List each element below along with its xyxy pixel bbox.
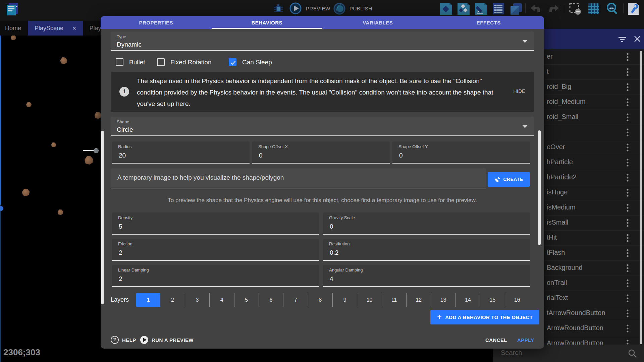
item-menu-icon[interactable] [626, 173, 629, 183]
layer-button[interactable]: 16 [505, 293, 529, 307]
shape-offset-x-field[interactable]: Shape Offset X [252, 141, 390, 164]
shape-offset-y-input[interactable] [398, 152, 510, 160]
radius-field[interactable]: Radius [112, 141, 250, 164]
objects-search-input[interactable] [500, 349, 615, 357]
asteroid-sprite[interactable] [11, 36, 16, 40]
tab-playscene[interactable]: PlayScene ✕ [28, 21, 83, 36]
dialog-tab[interactable]: EFFECTS [433, 16, 544, 29]
help-button[interactable]: HELP [111, 336, 136, 344]
redo-icon[interactable] [547, 2, 561, 15]
item-menu-icon[interactable] [626, 97, 629, 107]
item-menu-icon[interactable] [626, 82, 629, 92]
checkbox-bullet[interactable]: Bullet [116, 58, 145, 66]
debug-icon[interactable] [272, 2, 285, 15]
layer-button[interactable]: 6 [259, 293, 283, 307]
asteroid-sprite[interactable] [22, 189, 30, 196]
item-menu-icon[interactable] [626, 248, 629, 258]
objects-scrollbar[interactable] [640, 51, 642, 344]
temp-image-input[interactable] [117, 174, 474, 182]
layer-button[interactable]: 10 [357, 293, 381, 307]
shape-dropdown[interactable]: Shape Circle [111, 117, 534, 136]
zoom-original-icon[interactable]: 1:1 [606, 2, 619, 15]
type-dropdown[interactable]: Type Dynamic [111, 32, 534, 51]
item-menu-icon[interactable] [626, 278, 629, 288]
restitution-field[interactable]: Restitution [323, 239, 530, 261]
item-menu-icon[interactable] [626, 112, 629, 122]
item-menu-icon[interactable] [626, 218, 629, 228]
tab-close-icon[interactable]: ✕ [72, 25, 76, 32]
density-input[interactable] [118, 223, 285, 231]
preview-label[interactable]: PREVIEW [306, 6, 330, 11]
item-menu-icon[interactable] [626, 233, 629, 243]
item-menu-icon[interactable] [626, 293, 629, 303]
layer-button[interactable]: 4 [209, 293, 234, 307]
asteroid-sprite[interactable] [51, 142, 56, 147]
shape-offset-x-input[interactable] [258, 152, 370, 160]
linear-damping-input[interactable] [118, 275, 285, 283]
object-groups-icon[interactable] [457, 2, 470, 15]
grid-icon[interactable] [587, 2, 600, 15]
capture-region-icon[interactable] [568, 2, 582, 15]
layer-button[interactable]: 13 [431, 293, 455, 307]
layer-button[interactable]: 8 [308, 293, 332, 307]
item-menu-icon[interactable] [626, 263, 629, 273]
restitution-input[interactable] [329, 249, 496, 257]
item-menu-icon[interactable] [626, 127, 629, 137]
density-field[interactable]: Density [112, 213, 319, 235]
objects-editor-icon[interactable] [439, 2, 453, 15]
layer-button[interactable]: 1 [136, 293, 160, 307]
tab-home[interactable]: Home [0, 21, 26, 36]
layer-button[interactable]: 3 [185, 293, 209, 307]
publish-label[interactable]: PUBLISH [350, 6, 372, 11]
dialog-left-scrollbar[interactable] [101, 131, 104, 304]
preview-play-icon[interactable] [289, 2, 302, 15]
layer-button[interactable]: 12 [406, 293, 431, 307]
checkbox-fixed-rotation[interactable]: Fixed Rotation [157, 58, 212, 66]
asteroid-sprite[interactable] [58, 209, 63, 215]
gravity-scale-input[interactable] [329, 223, 496, 231]
asteroid-sprite[interactable] [26, 102, 32, 107]
apply-button[interactable]: APPLY [517, 337, 534, 343]
canvas-guide-handle[interactable] [0, 206, 3, 211]
can-sleep-checkbox[interactable] [229, 58, 236, 66]
undo-icon[interactable] [529, 2, 542, 15]
item-menu-icon[interactable] [626, 142, 629, 153]
asteroid-sprite[interactable] [60, 57, 67, 64]
layer-button[interactable]: 5 [234, 293, 259, 307]
layer-button[interactable]: 2 [160, 293, 184, 307]
properties-icon[interactable] [474, 2, 488, 15]
add-behavior-button[interactable]: ADD A BEHAVIOR TO THE OBJECT [430, 310, 539, 324]
temp-image-field[interactable] [111, 168, 486, 188]
radius-input[interactable] [118, 152, 229, 160]
friction-field[interactable]: Friction [112, 239, 319, 261]
project-manager-icon[interactable] [5, 2, 19, 16]
layer-button[interactable]: 9 [332, 293, 357, 307]
close-panel-icon[interactable] [633, 35, 641, 43]
shape-offset-y-field[interactable]: Shape Offset Y [392, 141, 530, 164]
item-menu-icon[interactable] [626, 323, 629, 334]
layer-button[interactable]: 14 [455, 293, 480, 307]
item-menu-icon[interactable] [626, 308, 629, 318]
bullet-checkbox[interactable] [116, 58, 123, 66]
item-menu-icon[interactable] [626, 67, 629, 77]
item-menu-icon[interactable] [626, 52, 629, 62]
cancel-button[interactable]: CANCEL [485, 337, 507, 343]
filter-icon[interactable] [618, 35, 627, 43]
asteroid-sprite[interactable] [85, 156, 93, 165]
run-preview-button[interactable]: RUN A PREVIEW [140, 336, 194, 344]
instances-list-icon[interactable] [492, 2, 505, 15]
angular-damping-field[interactable]: Angular Damping [323, 265, 530, 287]
dialog-tab[interactable]: BEHAVIORS [212, 16, 323, 29]
layer-button[interactable]: 7 [283, 293, 308, 307]
layer-button[interactable]: 15 [480, 293, 504, 307]
publish-icon[interactable] [333, 2, 346, 15]
dialog-tab[interactable]: VARIABLES [322, 16, 433, 29]
dialog-tab[interactable]: PROPERTIES [101, 16, 212, 29]
dialog-scrollbar[interactable] [538, 130, 541, 245]
gravity-scale-field[interactable]: Gravity Scale [323, 213, 530, 235]
linear-damping-field[interactable]: Linear Damping [112, 265, 319, 287]
physics-joint-handle[interactable] [94, 148, 99, 153]
create-button[interactable]: CREATE [488, 172, 530, 187]
angular-damping-input[interactable] [329, 275, 496, 283]
project-settings-icon[interactable] [627, 2, 640, 15]
